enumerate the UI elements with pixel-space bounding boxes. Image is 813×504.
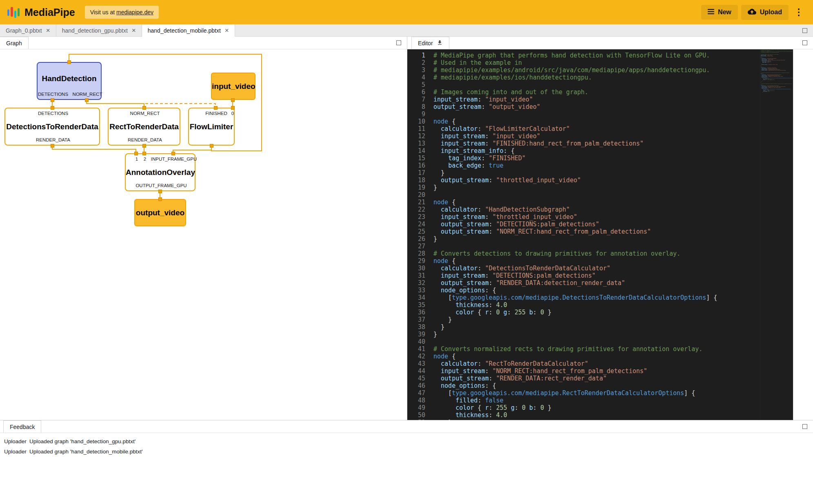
overflow-menu-button[interactable]: ⋮ [792,6,806,18]
node-title: DetectionsToRenderData [5,122,99,131]
line-number: 26 [407,235,433,243]
code-line: 31 input_stream: "DETECTIONS:palm_detect… [407,272,793,279]
visit-text: Visit us at [90,9,116,15]
code-line: 9 [407,111,793,118]
code-line: 41# Converts normalized rects to drawing… [407,345,793,353]
code-line: 13 input_stream: "FINISHED:hand_rect_fro… [407,140,793,147]
maximize-icon[interactable] [802,28,807,33]
line-number: 13 [407,140,433,147]
tab-graph[interactable]: Graph [0,37,29,49]
line-number: 27 [407,243,433,250]
node-detectionstorenderdata[interactable]: DETECTIONS DetectionsToRenderData RENDER… [4,108,100,146]
code-line: 10node { [407,118,793,125]
port [158,190,162,193]
node-output-video[interactable]: output_video [134,199,186,226]
line-number: 40 [407,338,433,345]
code-line: 7input_stream: "input_video" [407,96,793,103]
port [210,144,213,148]
graph-panel: Graph HandDetection DETECTIONS [0,37,407,420]
tab-feedback[interactable]: Feedback [3,420,41,433]
maximize-icon[interactable] [396,40,401,45]
upload-button[interactable]: Upload [741,5,789,20]
tab-feedback-label: Feedback [10,424,35,430]
maximize-icon[interactable] [802,424,807,429]
line-number: 14 [407,147,433,155]
code-line: 15 tag_index: "FINISHED" [407,155,793,162]
minimap-line: } [761,92,766,93]
code-line: 40 [407,338,793,345]
code-line: 50 thickness: 4.0 [407,411,793,419]
minimap-line: output_stream: "throttled_input_video" [761,64,766,65]
tab-editor[interactable]: Editor [411,37,449,49]
node-title: input_video [212,82,255,91]
port [214,106,218,110]
new-button[interactable]: New [701,5,738,20]
line-number: 38 [407,323,433,331]
port [171,152,175,155]
log-message: Uploaded graph 'hand_detection_gpu.pbtxt… [29,438,136,444]
line-number: 11 [407,125,433,133]
line-number: 46 [407,382,433,389]
node-flowlimiter[interactable]: FINISHED 0 FlowLimiter [188,108,235,146]
node-title: output_video [135,208,185,217]
node-handdetection[interactable]: HandDetection DETECTIONS NORM_RECT [37,62,102,100]
line-number: 42 [407,353,433,360]
port [67,60,71,64]
log-entry: Uploader Uploaded graph 'hand_detection_… [0,436,813,447]
code-line: 39} [407,331,793,338]
visit-chip: Visit us at mediapipe.dev [85,6,159,19]
log-message: Uploaded graph 'hand_detection_mobile.pb… [29,449,143,455]
code-line: 14 input_stream_info: { [407,147,793,155]
code-line: 46 node_options: { [407,382,793,389]
line-number: 1 [407,52,433,59]
code-line: 38 } [407,323,793,331]
code-line: 24 output_stream: "DETECTIONS:palm_detec… [407,221,793,228]
file-tab-hand-detection-gpu[interactable]: hand_detection_gpu.pbtxt × [56,24,142,36]
port [142,152,146,155]
node-input-video[interactable]: input_video [211,73,255,100]
minimap-line: # mediapipie/examples/ios/handdetectiong… [761,52,766,53]
tab-editor-label: Editor [418,40,433,46]
code-editor[interactable]: 1# MediaPipe graph that performs hand de… [407,49,793,420]
port [158,197,162,201]
mediapipe-logo-icon [7,6,20,18]
line-number: 41 [407,345,433,353]
minimap[interactable]: # MediaPipe graph that performs hand det… [760,49,793,420]
port [51,98,54,102]
code-line: 47 [type.googleapis.com/mediapipe.RectTo… [407,389,793,397]
file-tab-hand-detection-mobile[interactable]: hand_detection_mobile.pbtxt × [142,24,235,37]
minimap-line: output_stream: "output_video" [761,55,766,56]
line-number: 2 [407,59,433,66]
port [51,106,54,110]
port-label: INPUT_FRAME_GPU [151,157,197,161]
file-tab-graph0[interactable]: Graph_0.pbtxt × [0,24,56,36]
code-line: 22 calculator: "HandDetectionSubgraph" [407,206,793,213]
app-header: MediaPipe Visit us at mediapipe.dev New … [0,0,813,24]
editor-panel: Editor 1# MediaPipe graph that performs … [407,37,813,420]
line-number: 10 [407,118,433,125]
file-tab-bar: Graph_0.pbtxt × hand_detection_gpu.pbtxt… [0,24,813,37]
node-annotationoverlay[interactable]: 1 2 INPUT_FRAME_GPU AnnotationOverlay OU… [125,153,195,191]
mediapipe-dev-link[interactable]: mediapipe.dev [116,9,153,15]
code-line: 8output_stream: "output_video" [407,103,793,111]
line-number: 49 [407,404,433,411]
graph-canvas[interactable]: HandDetection DETECTIONS NORM_RECT input… [0,49,407,420]
code-line: 36 color { r: 0 g: 255 b: 0 } [407,309,793,316]
close-icon[interactable]: × [132,27,136,34]
code-line: 28# Converts detections to drawing primi… [407,250,793,257]
line-number: 39 [407,331,433,338]
close-icon[interactable]: × [225,27,229,34]
code-line: 48 filled: false [407,397,793,404]
code-line: 43 calculator: "RectToRenderDataCalculat… [407,360,793,367]
maximize-icon[interactable] [802,40,807,45]
download-icon[interactable] [437,40,443,47]
line-number: 8 [407,103,433,111]
code-line: 32 output_stream: "RENDER_DATA:detection… [407,279,793,287]
code-line: 26} [407,235,793,243]
port [85,98,89,102]
code-line: 21node { [407,199,793,206]
close-icon[interactable]: × [46,27,50,34]
log-source: Uploader [4,438,29,444]
node-recttorenderdata[interactable]: NORM_RECT RectToRenderData RENDER_DATA [108,108,180,146]
tab-graph-label: Graph [6,40,22,46]
